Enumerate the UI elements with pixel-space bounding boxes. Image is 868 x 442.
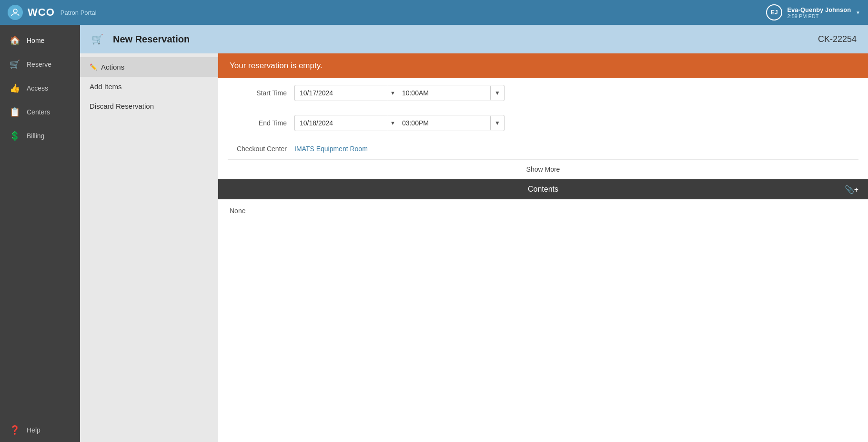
billing-icon: 💲 [10,131,20,141]
cart-icon: 🛒 [91,33,103,45]
actions-item-discard[interactable]: Discard Reservation [80,96,218,116]
alert-message: Your reservation is empty. [230,61,323,70]
contents-title: Contents [528,185,558,194]
sidebar-spacer [0,148,80,418]
actions-item-actions[interactable]: ✏️ Actions [80,57,218,77]
sidebar-item-billing[interactable]: 💲 Billing [0,124,80,148]
start-time-input-group[interactable]: ▼ ▼ [294,85,505,101]
start-time-label: Start Time [228,89,294,97]
sidebar-label-access: Access [27,84,48,92]
sidebar-label-home: Home [27,37,44,44]
brand: WCO Patron Portal [8,5,97,20]
actions-panel: ✏️ Actions Add Items Discard Reservation [80,53,218,442]
checkout-center-row: Checkout Center IMATS Equipment Room [228,138,858,160]
contents-actions: 📎+ [845,185,858,194]
sidebar-item-home[interactable]: 🏠 Home [0,29,80,52]
sidebar-item-centers[interactable]: 📋 Centers [0,100,80,124]
end-time-input[interactable] [397,116,490,130]
user-name: Eva-Quenby Johnson [787,6,851,13]
centers-icon: 📋 [10,107,20,117]
end-time-row: End Time ▼ ▼ [228,108,858,138]
access-icon: 👍 [10,83,20,93]
show-more-button[interactable]: Show More [218,160,868,179]
form-area: Start Time ▼ ▼ End Time [218,78,868,160]
content-area: 🛒 New Reservation CK-22254 ✏️ Actions Ad… [80,25,868,442]
sidebar-label-help: Help [27,426,40,434]
contents-add-button[interactable]: 📎+ [845,185,858,194]
start-date-input[interactable] [295,86,388,100]
start-time-dropdown[interactable]: ▼ [490,86,504,100]
end-time-arrow: ▼ [388,117,397,129]
avatar: EJ [766,4,782,21]
sidebar-label-billing: Billing [27,132,44,140]
start-time-row: Start Time ▼ ▼ [228,78,858,108]
sidebar: 🏠 Home 🛒 Reserve 👍 Access 📋 Centers 💲 Bi… [0,25,80,442]
end-time-dropdown[interactable]: ▼ [490,116,504,130]
alert-banner: Your reservation is empty. [218,53,868,78]
discard-label: Discard Reservation [90,102,154,110]
sidebar-label-reserve: Reserve [27,61,51,68]
checkout-center-link[interactable]: IMATS Equipment Room [294,145,368,153]
end-date-input[interactable] [295,116,388,130]
end-time-label: End Time [228,119,294,127]
sidebar-label-centers: Centers [27,108,50,116]
contents-header: Contents 📎+ [218,179,868,199]
contents-body: None [218,199,868,222]
reservation-content: Your reservation is empty. Start Time ▼ … [218,53,868,442]
actions-label: Actions [101,63,124,71]
reserve-icon: 🛒 [10,59,20,70]
page-header: 🛒 New Reservation CK-22254 [80,25,868,53]
page-title: New Reservation [113,34,808,45]
show-more-label: Show More [526,165,560,173]
sidebar-item-reserve[interactable]: 🛒 Reserve [0,52,80,76]
start-time-arrow: ▼ [388,87,397,99]
navbar: WCO Patron Portal EJ Eva-Quenby Johnson … [0,0,868,25]
reservation-id: CK-22254 [818,34,857,44]
sub-layout: ✏️ Actions Add Items Discard Reservation… [80,53,868,442]
user-menu-chevron[interactable]: ▼ [856,10,860,15]
user-time: 2:59 PM EDT [787,13,818,19]
paperclip-plus-icon: 📎+ [845,185,858,194]
help-icon: ❓ [10,425,20,435]
logo-icon [8,5,23,20]
end-time-input-group[interactable]: ▼ ▼ [294,115,505,131]
user-details: Eva-Quenby Johnson 2:59 PM EDT [787,6,851,19]
logo-text: WCO [28,6,55,19]
contents-none-text: None [230,207,245,215]
sidebar-item-access[interactable]: 👍 Access [0,76,80,100]
sidebar-item-help[interactable]: ❓ Help [0,418,80,442]
add-items-label: Add Items [90,82,122,91]
portal-label: Patron Portal [61,9,97,16]
svg-point-0 [13,9,17,13]
main-layout: 🏠 Home 🛒 Reserve 👍 Access 📋 Centers 💲 Bi… [0,25,868,442]
pencil-icon: ✏️ [90,63,97,71]
home-icon: 🏠 [10,35,20,46]
actions-item-add-items[interactable]: Add Items [80,77,218,96]
checkout-center-label: Checkout Center [228,145,294,153]
start-time-input[interactable] [397,86,490,100]
user-info-group: EJ Eva-Quenby Johnson 2:59 PM EDT ▼ [766,4,860,21]
